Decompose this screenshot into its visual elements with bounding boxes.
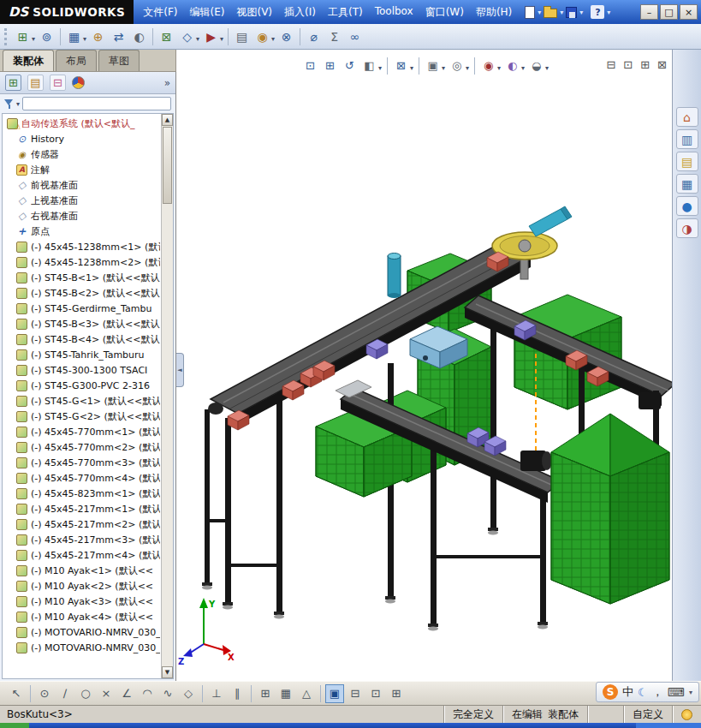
property-manager-icon[interactable]: ▤ — [27, 75, 44, 91]
tree-item[interactable]: (-) 45x45-217mm<3> (默认 — [4, 532, 160, 547]
tree-item[interactable]: (-) ST45-G300-PVC 2-316 — [4, 378, 160, 393]
sketch-point-icon[interactable]: ⊙ — [35, 684, 54, 703]
maximize-button[interactable]: □ — [660, 4, 678, 20]
tree-item[interactable]: 上视基准面 — [4, 193, 160, 208]
tree-scrollbar[interactable]: ▲ ▼ — [161, 114, 173, 678]
tree-item[interactable]: (-) MOTOVARIO-NMRV_030_ — [4, 624, 160, 640]
sketch-arc-icon[interactable]: ◠ — [138, 684, 157, 703]
panel-overflow-chevron[interactable]: » — [164, 77, 170, 89]
section-view-icon[interactable]: ◧ — [360, 57, 378, 75]
menu-tools[interactable]: 工具(T) — [322, 3, 369, 22]
appearances-scenes-icon[interactable]: ◑ — [676, 218, 698, 238]
ime-logo-icon[interactable]: S — [603, 684, 618, 700]
scene-caret-icon[interactable]: ▾ — [521, 64, 525, 72]
status-custom-label[interactable]: 自定义 — [623, 706, 672, 723]
view-palette-icon[interactable]: ● — [676, 196, 698, 216]
menu-insert[interactable]: 插入(I) — [278, 3, 322, 22]
constraint-perpendicular-icon[interactable]: ⊥ — [207, 684, 226, 703]
scroll-thumb[interactable] — [163, 127, 172, 204]
tree-item[interactable]: (-) ST45-G<2> (默认<<默认 — [4, 409, 160, 424]
3d-model-conveyor-system[interactable]: Y X Z — [176, 50, 672, 681]
open-caret-icon[interactable]: ▾ — [560, 9, 563, 16]
tree-item[interactable]: (-) ST45-G<1> (默认<<默认 — [4, 393, 160, 409]
tree-item[interactable]: (-) ST45-B<1> (默认<<默认 — [4, 270, 160, 285]
tree-item[interactable]: (-) M10 Ayak<2> (默认<< — [4, 578, 160, 594]
tree-item[interactable]: (-) 45x45-1238mm<2> (默认 — [4, 254, 160, 270]
new-motion-study-icon[interactable]: ▶ — [201, 27, 221, 46]
new-document-icon[interactable] — [525, 6, 535, 19]
tree-item[interactable]: (-) 45x45-217mm<1> (默认 — [4, 501, 160, 516]
tree-item[interactable]: 右视基准面 — [4, 208, 160, 224]
tree-item[interactable]: (-) M10 Ayak<4> (默认<< — [4, 609, 160, 624]
view-four-icon[interactable]: ⊞ — [387, 684, 406, 703]
tab-layout[interactable]: 布局 — [56, 50, 97, 71]
tree-item[interactable]: (-) 45x45-770mm<3> (默认 — [4, 455, 160, 470]
ime-lang-toggle[interactable]: 中 — [622, 684, 633, 700]
view-settings-icon[interactable]: ◒ — [527, 57, 545, 75]
tree-item[interactable]: History — [4, 131, 160, 146]
file-explorer-icon[interactable]: ▦ — [676, 174, 698, 194]
scroll-up-icon[interactable]: ▲ — [162, 114, 173, 126]
tab-assembly[interactable]: 装配体 — [3, 50, 54, 71]
save-caret-icon[interactable]: ▾ — [579, 9, 583, 16]
tree-item[interactable]: (-) ST45-B<2> (默认<<默认 — [4, 285, 160, 301]
menu-file[interactable]: 文件(F) — [137, 3, 183, 22]
hide-show-items-icon[interactable]: ◎ — [448, 57, 466, 75]
measure-icon[interactable]: ⌀ — [304, 27, 324, 46]
bill-of-materials-icon[interactable]: ▤ — [232, 27, 252, 46]
sketch-erase-icon[interactable]: × — [97, 684, 116, 703]
solidworks-resources-icon[interactable]: ▥ — [676, 129, 698, 149]
tree-item[interactable]: (-) 45x45-217mm<2> (默认 — [4, 516, 160, 532]
view-single-icon[interactable]: ▣ — [325, 684, 344, 703]
tree-item[interactable]: 前视基准面 — [4, 177, 160, 193]
doc-maximize-icon[interactable]: ⊞ — [640, 58, 650, 71]
view-settings-caret-icon[interactable]: ▾ — [545, 64, 549, 72]
help-caret-icon[interactable]: ▾ — [607, 9, 610, 16]
hide-show-caret-icon[interactable]: ▾ — [466, 64, 469, 72]
filter-input[interactable] — [22, 97, 171, 110]
select-icon[interactable]: ↖ — [7, 684, 26, 703]
tree-item[interactable]: (-) 45x45-217mm<4> (默认 — [4, 547, 160, 563]
display-style-caret-icon[interactable]: ▾ — [442, 64, 445, 72]
configuration-manager-icon[interactable]: ⊟ — [50, 75, 66, 91]
ime-fullwidth-moon-icon[interactable]: ☾ — [638, 686, 648, 699]
panel-collapse-button[interactable]: ◄ — [176, 353, 184, 387]
save-icon[interactable] — [566, 7, 577, 18]
doc-minimize-icon[interactable]: ⊟ — [606, 58, 615, 71]
minimize-button[interactable]: – — [640, 4, 658, 20]
constraint-parallel-icon[interactable]: ∥ — [228, 684, 247, 703]
mate-icon[interactable]: ⊚ — [37, 27, 56, 46]
design-library-icon[interactable]: ▤ — [676, 152, 698, 171]
mass-properties-icon[interactable]: Σ — [324, 27, 344, 46]
appearance-caret-icon[interactable]: ▾ — [497, 64, 501, 72]
apply-scene-icon[interactable]: ◐ — [503, 57, 521, 75]
tab-sketch[interactable]: 草图 — [98, 50, 140, 71]
menu-view[interactable]: 视图(V) — [230, 3, 278, 22]
section-caret-icon[interactable]: ▾ — [378, 64, 382, 72]
simulation-advisor-icon[interactable]: ∞ — [345, 27, 365, 46]
reference-geometry-icon[interactable]: ◇ — [177, 27, 197, 46]
scroll-down-icon[interactable]: ▼ — [162, 666, 173, 678]
close-button[interactable]: × — [680, 4, 698, 20]
toolbar-grip[interactable] — [4, 28, 9, 45]
move-component-icon[interactable]: ⇄ — [109, 27, 128, 46]
snap-icon[interactable]: ▦ — [276, 684, 295, 703]
new-caret-icon[interactable]: ▾ — [538, 9, 541, 16]
linear-component-pattern-icon[interactable]: ▦ — [64, 27, 84, 46]
tree-item[interactable]: (-) ST45-Gerdirme_Tambu — [4, 301, 160, 316]
feature-manager-icon[interactable]: ⊞ — [5, 75, 21, 91]
exploded-view-icon[interactable]: ◉ — [252, 27, 272, 46]
zoom-to-fit-icon[interactable]: ⊡ — [301, 57, 319, 75]
view-split-vertical-icon[interactable]: ⊡ — [366, 684, 385, 703]
sketch-line-icon[interactable]: ∕ — [56, 684, 74, 703]
shaded-sketch-icon[interactable]: △ — [297, 684, 316, 703]
grid-icon[interactable]: ⊞ — [256, 684, 275, 703]
display-style-icon[interactable]: ▣ — [424, 57, 442, 75]
ime-punctuation-toggle[interactable]: ， — [652, 684, 663, 700]
help-icon[interactable]: ? — [591, 5, 604, 19]
tree-item[interactable]: (-) 45x45-770mm<1> (默认 — [4, 424, 160, 439]
crate-front-large[interactable] — [551, 414, 669, 604]
edit-appearance-icon[interactable]: ◉ — [479, 57, 497, 75]
pattern-caret-icon[interactable]: ▾ — [83, 35, 86, 43]
tree-item[interactable]: (-) M10 Ayak<1> (默认<< — [4, 563, 160, 578]
